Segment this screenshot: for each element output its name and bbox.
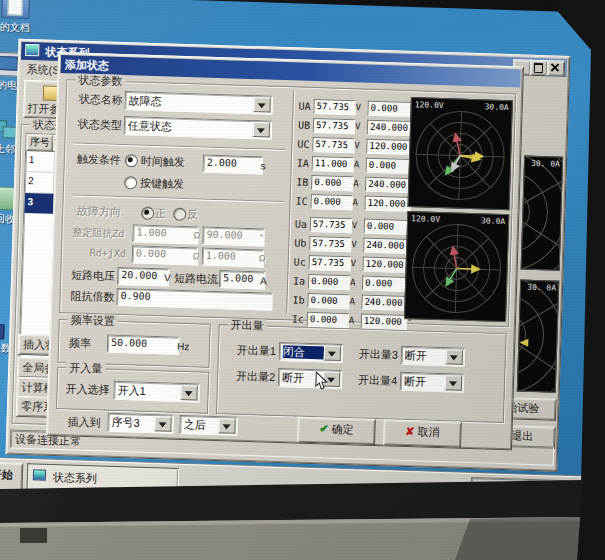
taskbar-task-state-sequence[interactable]: 状态系列 <box>26 463 179 499</box>
channel-label: Ib <box>292 294 304 305</box>
shortcut-icon <box>0 324 4 339</box>
magnitude-unit: V <box>355 121 361 131</box>
chevron-down-icon[interactable] <box>253 122 270 138</box>
sc-voltage-field[interactable]: 20.000 <box>117 267 170 287</box>
impedance-field[interactable]: 1.000 <box>132 224 199 244</box>
input-select-combo[interactable]: 开入1 <box>113 381 200 403</box>
monitor-logo <box>20 528 47 543</box>
state-name-label: 状态名称 <box>79 93 123 107</box>
channel-label: UA <box>298 101 310 112</box>
chevron-down-icon[interactable] <box>180 385 197 401</box>
mouse-cursor <box>315 371 329 394</box>
angle-field[interactable]: 0.000 <box>367 101 413 117</box>
clock[interactable]: 16:23 <box>535 486 563 500</box>
magnitude-unit: A <box>350 277 356 287</box>
maximize-button[interactable] <box>530 60 548 77</box>
tray-app-icon[interactable] <box>519 486 530 497</box>
chevron-down-icon[interactable] <box>446 349 463 365</box>
magnitude-field[interactable]: 57.735 <box>313 99 355 115</box>
magnitude-unit: V <box>351 258 357 268</box>
channel-label: UB <box>298 119 310 130</box>
rjx-label: Rd+jXd <box>90 247 126 259</box>
chevron-down-icon[interactable] <box>445 375 462 391</box>
magnitude-field[interactable]: 57.735 <box>313 118 355 134</box>
chevron-down-icon[interactable] <box>324 345 341 361</box>
magnitude-field[interactable]: 0.000 <box>310 194 352 210</box>
frequency-field[interactable]: 50.000 <box>107 335 180 355</box>
magnitude-field[interactable]: 57.735 <box>310 217 352 233</box>
magnitude-field[interactable]: 0.000 <box>307 293 349 309</box>
magnitude-unit: V <box>351 239 357 249</box>
state-type-label: 状态类型 <box>78 118 122 132</box>
angle-field[interactable]: 240.000 <box>365 177 411 193</box>
direction-forward-radio[interactable] <box>141 207 154 220</box>
main-phasor-current-2: 30. 0A <box>517 280 559 393</box>
analog-set-2: Ua57.735V0.000°Ub57.735V240.000°Uc57.735… <box>292 215 420 333</box>
phasor-diagram-1: 120.0V 30.0A <box>408 97 513 210</box>
angle-field[interactable]: 0.000 <box>364 219 410 235</box>
system-tray: ? 16:23 <box>470 477 569 506</box>
chevron-down-icon[interactable] <box>253 97 270 113</box>
impedance-label: 整定阻抗Zd <box>72 225 124 240</box>
cancel-button[interactable]: ✘ 取消 <box>383 419 462 447</box>
angle-field[interactable]: 120.000 <box>361 314 407 330</box>
magnitude-unit: A <box>354 159 360 169</box>
desktop-icon-my-documents[interactable]: 的文档 <box>0 0 36 33</box>
sc-current-label: 短路电流 <box>174 272 218 286</box>
magnitude-field[interactable]: 57.735 <box>308 255 350 271</box>
angle-field[interactable]: 120.000 <box>362 257 408 273</box>
channel-label: IA <box>297 157 309 168</box>
fault-direction-label: 故障方向 <box>77 205 121 219</box>
ok-button[interactable]: ✔ 确定 <box>297 417 376 445</box>
start-button[interactable]: 开始 <box>0 461 23 493</box>
chevron-down-icon[interactable] <box>218 418 235 434</box>
input-method-icon[interactable]: ? <box>499 483 515 499</box>
magnitude-unit: V <box>354 140 360 150</box>
task-icon <box>33 469 46 480</box>
impedance-multiple-label: 阻抗倍数 <box>70 289 114 303</box>
angle-field[interactable]: 240.000 <box>367 120 413 136</box>
insert-where-combo[interactable]: 之后 <box>179 415 238 436</box>
keyboard-icon[interactable] <box>476 485 493 498</box>
time-trigger-radio[interactable] <box>125 154 138 167</box>
rd-field[interactable]: 0.000 <box>132 245 199 265</box>
analog-row: IC0.000A120.000° <box>295 192 420 215</box>
col-header-no[interactable]: 序号 <box>26 134 54 152</box>
output4-combo[interactable]: 断开 <box>400 372 465 393</box>
add-state-dialog: 添加状态 状态参数 状态名称 故障态 状态类型 任意状态 触发条件 时间触发 2… <box>46 52 524 450</box>
xd-field[interactable]: 1.000 <box>202 248 265 268</box>
magnitude-field[interactable]: 57.735 <box>309 236 351 252</box>
angle-field[interactable]: 120.000 <box>366 139 412 155</box>
output2-combo[interactable]: 断开 <box>278 368 343 389</box>
direction-reverse-radio[interactable] <box>173 208 186 221</box>
chevron-down-icon[interactable] <box>154 416 171 432</box>
trigger-time-field[interactable]: 2.000 <box>202 155 263 175</box>
magnitude-field[interactable]: 11.000 <box>312 156 354 172</box>
channel-label: Ua <box>295 218 307 229</box>
windows-desktop: 的文档 的电 上邻 回收 态系数 状态系列 <box>0 0 598 513</box>
output3-combo[interactable]: 断开 <box>401 346 466 367</box>
state-name-combo[interactable]: 故障态 <box>124 91 273 115</box>
key-trigger-radio[interactable] <box>124 176 137 189</box>
angle-field[interactable]: 0.000 <box>366 158 412 174</box>
magnitude-unit: A <box>349 315 355 325</box>
impedance-multiple-field[interactable]: 0.900 <box>116 288 272 311</box>
sc-current-field[interactable]: 5.000 <box>219 270 266 289</box>
my-documents-icon <box>1 0 30 19</box>
output1-combo[interactable]: 闭合 <box>279 342 344 363</box>
channel-label: Ia <box>293 275 305 286</box>
impedance-angle-field[interactable]: 90.000 <box>202 227 265 247</box>
magnitude-field[interactable]: 57.735 <box>312 137 354 153</box>
state-type-combo[interactable]: 任意状态 <box>124 116 273 140</box>
close-button[interactable] <box>547 60 565 77</box>
angle-field[interactable]: 120.000 <box>364 196 410 212</box>
magnitude-field[interactable]: 0.000 <box>311 175 353 191</box>
channel-label: Uc <box>294 256 306 267</box>
angle-field[interactable]: 240.000 <box>361 295 407 311</box>
magnitude-field[interactable]: 0.000 <box>308 274 350 290</box>
insert-pos-combo[interactable]: 序号3 <box>107 413 174 434</box>
magnitude-field[interactable]: 0.000 <box>307 312 349 328</box>
angle-field[interactable]: 0.000 <box>362 276 408 292</box>
channel-label: Ic <box>292 313 304 324</box>
angle-field[interactable]: 240.000 <box>363 238 409 254</box>
